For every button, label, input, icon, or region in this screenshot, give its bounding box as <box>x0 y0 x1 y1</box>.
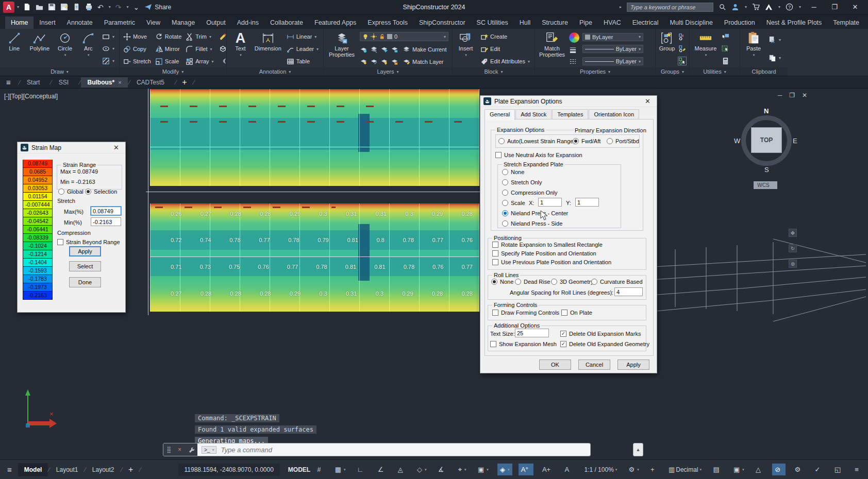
account-chevron-icon[interactable]: ▾ <box>745 5 747 9</box>
command-input[interactable] <box>221 446 586 454</box>
hatch-tool-icon[interactable]: ▾ <box>101 57 116 65</box>
neutral-axis-checkbox[interactable]: Use Neutral Axis for Expansion <box>495 152 582 158</box>
help-chevron-icon[interactable]: ▾ <box>799 5 801 9</box>
3d-geometry-radio[interactable]: 3D Geometry <box>551 279 593 285</box>
group-edit-icon[interactable] <box>678 45 686 53</box>
leader-button[interactable]: Leader▾ <box>285 45 320 54</box>
scale-button[interactable]: Scale <box>154 57 183 66</box>
status-toggle-icon[interactable]: ▤ <box>710 464 724 475</box>
table-button[interactable]: Table <box>285 57 320 66</box>
layer-color-swatch[interactable] <box>387 34 392 39</box>
ribbon-tab[interactable]: Annotate <box>61 16 98 29</box>
group-button[interactable]: Group <box>658 30 676 67</box>
compass-south[interactable]: S <box>764 166 769 174</box>
dead-rise-radio[interactable]: Dead Rise <box>515 279 550 285</box>
match-properties-button[interactable]: Match Properties <box>537 30 567 67</box>
status-toggle-icon[interactable]: # <box>314 464 326 475</box>
customize-wrench-icon[interactable] <box>188 447 194 453</box>
linetype-dropdown[interactable]: ByLayer▾ <box>582 57 643 65</box>
ribbon-tab[interactable]: Manage <box>166 16 201 29</box>
on-plate-checkbox[interactable]: On Plate <box>561 310 592 316</box>
linear-dimension-button[interactable]: Linear▾ <box>285 32 320 41</box>
clipboard-panel-label[interactable]: Clipboard <box>740 67 788 76</box>
command-prompt-icon[interactable]: >_ ▾ <box>202 446 216 454</box>
lineweight-dropdown[interactable]: ByLayer▾ <box>582 45 643 53</box>
layout-tab[interactable]: Layout2 <box>86 463 121 476</box>
file-tab[interactable]: SSI <box>53 77 78 88</box>
viewport-controls-label[interactable]: [-][Top][Conceptual] <box>4 93 58 100</box>
ribbon-tab[interactable]: Featured Apps <box>309 16 362 29</box>
layer-select-dropdown[interactable]: 0 ▾ <box>360 32 448 41</box>
strain-beyond-range-checkbox[interactable]: Strain Beyond Range <box>57 239 120 245</box>
wcs-menu[interactable]: WCS▾ <box>754 181 777 189</box>
status-toggle-icon[interactable]: ▥Decimal▾ <box>666 464 704 475</box>
open-folder-icon[interactable] <box>36 3 43 11</box>
compass-west[interactable]: W <box>734 137 740 145</box>
create-block-button[interactable]: Create <box>479 32 531 41</box>
layer-dropdown-chevron-icon[interactable]: ▾ <box>444 35 446 39</box>
status-toggle-icon[interactable]: ◬ <box>395 464 408 475</box>
dialog-tab[interactable]: General <box>485 109 515 120</box>
status-toggle-icon[interactable]: ◇▾ <box>414 464 429 475</box>
draw-forming-checkbox[interactable]: Draw Forming Controls <box>492 310 559 316</box>
insert-block-button[interactable]: Insert▾ <box>455 30 477 67</box>
ribbon-tab[interactable]: Production <box>719 16 761 29</box>
copy-clip-icon[interactable]: ▾ <box>767 54 782 62</box>
scale-radio[interactable]: Scale <box>502 200 525 206</box>
edit-block-button[interactable]: Edit <box>479 45 531 54</box>
groups-panel-label[interactable]: Groups▾ <box>656 67 689 76</box>
specify-position-checkbox[interactable]: Specify Plate Position and Orientation <box>492 250 596 256</box>
max-pct-input[interactable] <box>91 207 121 215</box>
plot-mobile-icon[interactable] <box>73 3 80 11</box>
close-button[interactable]: ✕ <box>847 3 863 11</box>
view-compass[interactable]: N W E S TOP <box>736 110 797 171</box>
layout-tab[interactable]: Layout1 <box>50 463 85 476</box>
ribbon-tab[interactable]: Collaborate <box>264 16 309 29</box>
status-toggle-icon[interactable]: ◈▾ <box>497 464 512 475</box>
file-tab[interactable]: CADTest5 <box>130 77 174 88</box>
fillet-button[interactable]: Fillet▾ <box>184 45 215 54</box>
nav-bar-zoom-icon[interactable]: ⊕ <box>789 260 797 268</box>
copy-button[interactable]: Copy <box>122 45 153 54</box>
match-layer-button[interactable]: Match Layer <box>401 57 445 66</box>
group-select-icon[interactable] <box>678 57 686 65</box>
ribbon-tab[interactable]: View <box>141 16 166 29</box>
select-objects-icon[interactable] <box>722 45 729 53</box>
minimize-button[interactable]: ─ <box>806 3 822 11</box>
ribbon-tab[interactable]: Hull <box>514 16 537 29</box>
ribbon-tab[interactable]: Electrical <box>627 16 664 29</box>
status-toggle-icon[interactable]: ⌖▾ <box>456 464 469 476</box>
color-wheel-icon[interactable] <box>569 32 579 43</box>
plate-expansion-titlebar[interactable]: Plate Expansion Options ✕ <box>480 96 657 107</box>
layout-menu-icon[interactable]: ≡ <box>7 465 12 474</box>
ribbon-tab[interactable]: Home <box>5 16 34 29</box>
drawing-restore-icon[interactable]: ❐ <box>789 92 795 99</box>
new-file-icon[interactable] <box>23 3 31 11</box>
previous-position-checkbox[interactable]: Use Previous Plate Position and Orientat… <box>492 259 611 265</box>
properties-panel-label[interactable]: Properties▾ <box>535 67 655 76</box>
modify-panel-label[interactable]: Modify▾ <box>120 67 226 76</box>
autodesk-chevron-icon[interactable]: ▾ <box>778 5 780 9</box>
dialog-tab[interactable]: Orientation Icon <box>589 109 639 120</box>
trim-button[interactable]: Trim▾ <box>184 32 215 41</box>
apply-button[interactable]: Apply <box>69 246 101 256</box>
tab-close-icon[interactable]: × <box>118 79 121 85</box>
array-button[interactable]: Array▾ <box>184 57 215 66</box>
autodesk-icon[interactable] <box>765 3 773 11</box>
draw-panel-label[interactable]: Draw▾ <box>0 67 119 76</box>
model-space-indicator[interactable]: MODEL <box>285 464 313 476</box>
ribbon-tab[interactable]: Output <box>201 16 231 29</box>
ribbon-tab[interactable]: Multi Discipline <box>664 16 719 29</box>
stretch-only-radio[interactable]: Stretch Only <box>502 179 542 185</box>
dialog-tab[interactable]: Templates <box>552 109 588 120</box>
redo-chevron-icon[interactable]: ▾ <box>127 5 129 9</box>
ribbon-tab[interactable]: ShipConstructor <box>413 16 471 29</box>
layer-thaw-icon[interactable] <box>380 58 388 65</box>
file-tab[interactable]: Bulbous*× <box>81 77 127 88</box>
layer-off-icon[interactable] <box>360 45 368 53</box>
ellipse-tool-icon[interactable]: ▾ <box>101 44 116 53</box>
layer-freeze-sun-icon[interactable] <box>371 33 377 40</box>
status-toggle-icon[interactable]: A° <box>519 464 533 475</box>
ribbon-tab[interactable]: Parametric <box>98 16 141 29</box>
rotate-smallest-checkbox[interactable]: Rotate Expansion to Smallest Rectangle <box>492 242 603 248</box>
